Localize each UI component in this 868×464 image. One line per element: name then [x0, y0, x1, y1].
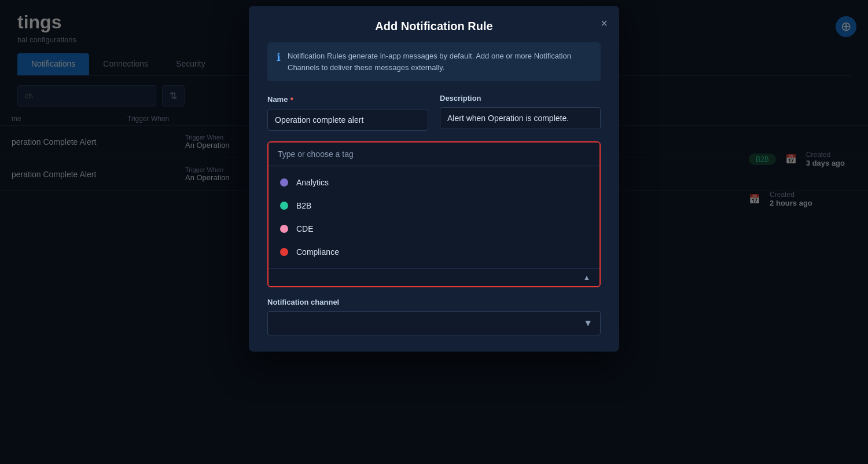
info-text: Notification Rules generate in-app messa…: [288, 50, 591, 73]
b2b-label: B2B: [296, 201, 311, 210]
description-input[interactable]: [440, 107, 601, 129]
channel-select[interactable]: [267, 311, 601, 335]
channel-select-wrapper: ▼: [267, 311, 601, 335]
add-notification-modal: Add Notification Rule × ℹ Notification R…: [249, 6, 619, 352]
tag-item-compliance[interactable]: Compliance: [269, 240, 599, 264]
tag-item-analytics[interactable]: Analytics: [269, 171, 599, 194]
name-description-row: Name • Description: [267, 94, 601, 131]
tag-list: Analytics B2B CDE Compliance: [269, 166, 599, 268]
name-group: Name •: [267, 94, 428, 131]
info-banner: ℹ Notification Rules generate in-app mes…: [267, 42, 601, 81]
tag-section: Analytics B2B CDE Compliance: [267, 141, 601, 287]
modal-overlay: Add Notification Rule × ℹ Notification R…: [0, 0, 868, 464]
compliance-dot: [280, 248, 288, 256]
description-label: Description: [440, 94, 601, 103]
tag-item-b2b[interactable]: B2B: [269, 194, 599, 217]
cde-dot: [280, 225, 288, 233]
name-input[interactable]: [267, 109, 428, 131]
modal-close-button[interactable]: ×: [601, 17, 608, 29]
name-label: Name •: [267, 94, 428, 104]
compliance-label: Compliance: [296, 247, 339, 257]
tag-footer: ▲: [269, 268, 599, 286]
description-group: Description: [440, 94, 601, 131]
cde-label: CDE: [296, 224, 314, 233]
modal-title: Add Notification Rule: [375, 20, 492, 33]
analytics-label: Analytics: [296, 178, 329, 187]
tag-item-cde[interactable]: CDE: [269, 217, 599, 240]
required-indicator: •: [290, 94, 293, 104]
analytics-dot: [280, 178, 288, 187]
modal-body: ℹ Notification Rules generate in-app mes…: [249, 42, 619, 352]
info-icon: ℹ: [277, 51, 281, 73]
modal-header: Add Notification Rule ×: [249, 6, 619, 42]
channel-label: Notification channel: [267, 298, 601, 306]
tag-search-input[interactable]: [269, 143, 599, 166]
b2b-dot: [280, 202, 288, 210]
tag-collapse-button[interactable]: ▲: [583, 273, 590, 282]
